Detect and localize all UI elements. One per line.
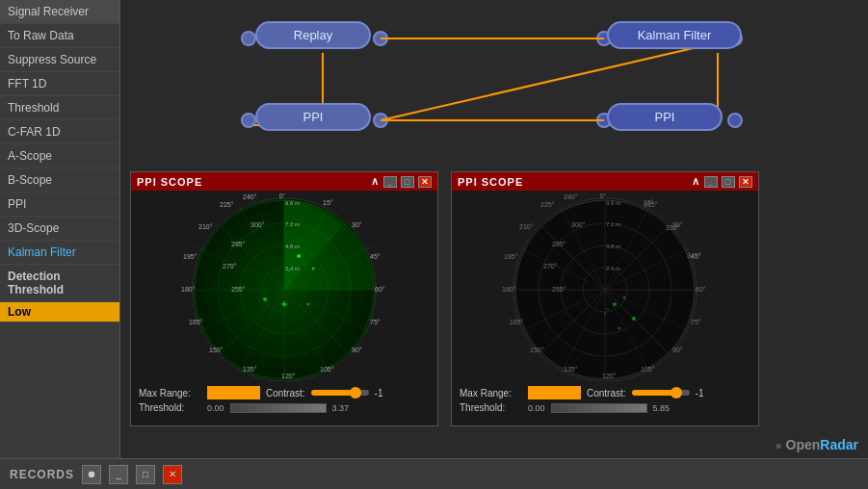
radar-svg-right: 0° 15° 30° 45° 60° 75° 90° 105° 120° 135… [494,193,716,381]
record-button[interactable]: ⏺ [82,465,101,484]
svg-text:4.8 m: 4.8 m [285,244,300,249]
max-range-label-left: Max Range: [139,388,201,399]
flow-node-ppi-right[interactable]: PPI [607,103,723,131]
contrast-slider-right[interactable] [632,390,690,396]
svg-text:180°: 180° [181,286,196,293]
svg-text:90°: 90° [352,347,362,353]
svg-point-0 [242,32,255,45]
contrast-label-right: Contrast: [587,388,626,399]
sidebar-item-to-raw-data[interactable]: To Raw Data [0,24,119,48]
svg-point-72 [623,296,626,299]
svg-text:270°: 270° [543,263,558,270]
minimize-button-left[interactable]: _ [383,176,397,188]
svg-text:75°: 75° [691,319,701,325]
sidebar-item-fft-1d[interactable]: FFT 1D [0,72,119,96]
sidebar-item-signal-receiver[interactable]: Signal Receiver [0,0,119,24]
sidebar-item-suppress-source[interactable]: Suppress Source [0,48,119,72]
sidebar-item-kalman-filter[interactable]: Kalman Filter [0,241,119,265]
ppi-title-right: PPI SCOPE [458,176,523,188]
sidebar-item-3d-scope[interactable]: 3D-Scope [0,217,119,241]
radar-display-right: 0° 15° 30° 45° 60° 75° 90° 105° 120° 135… [494,193,716,381]
close-button-left[interactable]: ✕ [418,176,432,188]
svg-text:2.4 m: 2.4 m [285,266,300,271]
svg-text:9.6 m: 9.6 m [285,200,300,206]
svg-point-5 [374,114,387,127]
restore-button-right[interactable]: □ [722,176,735,188]
chevron-up-icon[interactable]: ∧ [371,175,380,188]
minimize-button-right[interactable]: _ [704,176,718,188]
sidebar-item-threshold[interactable]: Threshold [0,96,119,120]
svg-point-75 [618,327,621,330]
threshold-row-right: Threshold: 0.00 5.85 [460,402,750,413]
chevron-up-icon-right[interactable]: ∧ [692,175,700,188]
threshold-bar-left[interactable] [230,403,327,413]
svg-point-27 [312,268,315,270]
sidebar: Signal Receiver To Raw Data Suppress Sou… [0,0,120,458]
threshold-min-right: 0.00 [528,403,545,413]
minimize-window-button[interactable]: _ [109,465,128,484]
svg-text:60°: 60° [696,286,706,293]
svg-text:225°: 225° [220,201,234,208]
contrast-slider-left[interactable] [311,390,369,396]
svg-text:150°: 150° [530,347,544,353]
svg-text:300°: 300° [571,221,586,228]
svg-text:135°: 135° [564,366,578,373]
sidebar-item-detection-threshold: Detection Threshold [0,265,119,302]
sidebar-item-detection-value[interactable]: Low [0,302,119,322]
restore-window-button[interactable]: □ [136,465,155,484]
svg-text:255°: 255° [552,286,566,293]
contrast-label-left: Contrast: [266,388,305,399]
ppi-title-bar-right: PPI SCOPE ∧ _ □ ✕ [452,172,758,191]
radar-display-left: 0° 15° 30° 45° 60° 75° 90° 105° 120° 135… [173,193,395,381]
contrast-value-left: -1 [375,388,383,399]
svg-text:4.8 m: 4.8 m [606,244,620,249]
sidebar-item-a-scope[interactable]: A-Scope [0,144,119,168]
svg-text:15°: 15° [323,199,333,206]
flow-node-replay[interactable]: Replay [255,21,371,49]
svg-text:0°: 0° [279,193,286,199]
svg-text:210°: 210° [519,223,534,230]
svg-text:330°: 330° [666,224,680,231]
logo-text: OpenRadar [786,437,858,452]
max-range-input-right[interactable] [528,386,581,399]
ppi-window-left: PPI SCOPE ∧ _ □ ✕ [130,171,438,426]
svg-text:120°: 120° [281,373,296,379]
close-window-button[interactable]: ✕ [163,465,182,484]
svg-text:165°: 165° [189,319,203,325]
svg-point-4 [242,114,255,127]
close-button-right[interactable]: ✕ [739,176,752,188]
restore-button-left[interactable]: □ [401,176,414,188]
svg-text:7.2 m: 7.2 m [606,221,620,227]
svg-text:255°: 255° [231,286,246,293]
svg-text:315°: 315° [644,201,658,208]
svg-text:7.2 m: 7.2 m [285,221,300,227]
svg-text:105°: 105° [320,366,334,373]
svg-text:225°: 225° [540,201,555,208]
threshold-bar-right[interactable] [551,403,647,413]
threshold-row-left: Threshold: 0.00 3.37 [139,402,430,413]
sidebar-item-ppi[interactable]: PPI [0,193,119,217]
svg-text:285°: 285° [231,241,246,247]
svg-text:210°: 210° [198,223,213,230]
ppi-title-bar-left: PPI SCOPE ∧ _ □ ✕ [131,172,437,191]
svg-text:90°: 90° [672,347,683,353]
max-range-input-left[interactable] [207,386,260,399]
flow-node-kalman[interactable]: Kalman Filter [607,21,742,49]
svg-point-74 [632,317,636,321]
ppi-controls-right: Max Range: Contrast: -1 Threshold: 0.00 … [452,383,758,419]
sidebar-item-cfar-1d[interactable]: C-FAR 1D [0,120,119,144]
svg-text:345°: 345° [687,252,701,259]
threshold-label-left: Threshold: [139,402,201,413]
threshold-max-left: 3.37 [332,403,350,413]
max-range-row-left: Max Range: Contrast: -1 [139,386,430,399]
bottom-label: Records [10,468,74,481]
sidebar-item-b-scope[interactable]: B-Scope [0,168,119,193]
svg-point-76 [604,313,606,315]
svg-text:75°: 75° [370,319,381,325]
threshold-min-left: 0.00 [207,403,224,413]
svg-point-30 [307,303,310,306]
flow-node-ppi-left[interactable]: PPI [255,103,371,131]
flow-area: Replay Kalman Filter PPI PPI [120,0,868,168]
svg-text:285°: 285° [552,241,566,247]
svg-point-1 [374,32,387,45]
